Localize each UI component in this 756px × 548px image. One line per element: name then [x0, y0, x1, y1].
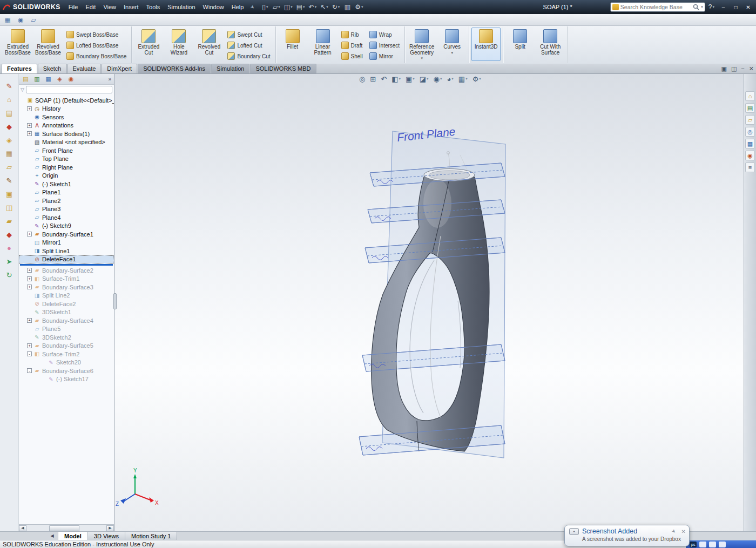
- menu-insert[interactable]: Insert: [120, 2, 143, 12]
- tree-item-top-plane[interactable]: ▱Top Plane: [19, 155, 114, 164]
- search-icon[interactable]: [693, 4, 699, 10]
- ribbon-button-curves[interactable]: Curves▾: [437, 28, 467, 61]
- help-button[interactable]: ? ▾: [708, 3, 714, 11]
- tree-item-surface-trim2[interactable]: -◧Surface-Trim2: [19, 350, 114, 358]
- ribbon-layout-icon[interactable]: ▣: [721, 65, 727, 72]
- tree-item-sketch20[interactable]: ✎Sketch20: [19, 358, 114, 367]
- left-toolbar-icon-1[interactable]: ✎: [3, 80, 15, 92]
- configurationmanager-tab-icon[interactable]: ▦: [43, 75, 53, 84]
- tree-item-sketch1[interactable]: ✎(-) Sketch1: [19, 180, 114, 188]
- minimize-button[interactable]: –: [718, 3, 729, 11]
- tree-item-boundary-surface1[interactable]: +▰Boundary-Surface1: [19, 230, 114, 239]
- tree-item-deleteface2[interactable]: ⊘DeleteFace2: [19, 300, 114, 308]
- tree-item-boundary-surface5[interactable]: +▰Boundary-Surface5: [19, 342, 114, 350]
- save-icon[interactable]: ◫▾: [283, 2, 294, 12]
- close-button[interactable]: ✕: [742, 3, 754, 11]
- left-toolbar-icon-3[interactable]: ▤: [3, 107, 15, 119]
- ribbon-button-instant3d[interactable]: Instant3D: [471, 28, 501, 61]
- tree-item-plane3[interactable]: ▱Plane3: [19, 205, 114, 214]
- taskbar-item-ps[interactable]: ps: [690, 542, 697, 547]
- ribbon-button-wrap[interactable]: Wrap: [367, 30, 402, 39]
- rollback-bar[interactable]: [20, 264, 113, 266]
- apply-scene-icon[interactable]: ▦▾: [458, 75, 468, 83]
- hide-show-items-icon[interactable]: ◉▾: [434, 75, 442, 83]
- feature-panel-scrollbar[interactable]: ◀ ▶: [19, 524, 114, 531]
- document-tab-3d-views[interactable]: 3D Views: [88, 532, 125, 540]
- left-toolbar-icon-14[interactable]: ➤: [3, 256, 15, 267]
- ribbon-button-intersect[interactable]: Intersect: [367, 40, 402, 50]
- ribbon-minimize-icon[interactable]: −: [741, 65, 744, 72]
- ribbon-button-shell[interactable]: Shell: [339, 51, 366, 61]
- taskbar-item-1[interactable]: [699, 542, 706, 547]
- left-toolbar-icon-9[interactable]: ▣: [3, 188, 15, 200]
- left-toolbar-icon-10[interactable]: ◫: [3, 202, 15, 213]
- scroll-right-icon[interactable]: ▶: [106, 525, 114, 531]
- tree-item-soap-1-default-default[interactable]: ▣SOAP (1) (Default<<Default>_: [19, 96, 114, 105]
- taskbar-item-2[interactable]: [709, 542, 716, 547]
- secondary-toolbar-icon-3[interactable]: ▱: [29, 16, 38, 24]
- ribbon-button-revolved-cut[interactable]: Revolved Cut: [194, 28, 224, 61]
- ribbon-button-lofted-boss-base[interactable]: Lofted Boss/Base: [64, 40, 129, 50]
- secondary-toolbar-icon-2[interactable]: ◉: [16, 16, 25, 24]
- collapse-icon[interactable]: -: [27, 351, 32, 356]
- file-explorer-icon[interactable]: ▱: [745, 115, 755, 125]
- menu-view[interactable]: View: [99, 2, 120, 12]
- menu-window[interactable]: Window: [199, 2, 228, 12]
- ribbon-button-boundary-boss-base[interactable]: Boundary Boss/Base: [64, 51, 129, 61]
- search-caret-icon[interactable]: ▾: [701, 5, 703, 9]
- propertymanager-tab-icon[interactable]: ▥: [32, 75, 42, 84]
- view-settings-icon[interactable]: ⚙▾: [473, 75, 481, 83]
- ribbon-button-rib[interactable]: Rib: [339, 30, 366, 39]
- tree-item-boundary-surface3[interactable]: +▰Boundary-Surface3: [19, 283, 114, 292]
- expand-icon[interactable]: +: [27, 131, 32, 136]
- ribbon-button-fillet[interactable]: Fillet: [278, 28, 307, 61]
- edit-appearance-icon[interactable]: ◕▾: [447, 75, 453, 83]
- scroll-left-icon[interactable]: ◀: [19, 525, 26, 531]
- select-icon[interactable]: ↖▾: [319, 2, 329, 12]
- left-toolbar-icon-11[interactable]: ▰: [3, 215, 15, 227]
- left-toolbar-icon-13[interactable]: ●: [3, 242, 15, 254]
- left-toolbar-icon-8[interactable]: ✎: [3, 175, 15, 186]
- maximize-button[interactable]: □: [730, 3, 741, 11]
- open-document-icon[interactable]: ▱▾: [272, 2, 281, 12]
- tab-solidworks-add-ins[interactable]: SOLIDWORKS Add-Ins: [138, 64, 211, 73]
- tree-item-material-not-specified[interactable]: ▨Material <not specified>: [19, 138, 114, 147]
- design-library-icon[interactable]: ▤: [745, 103, 755, 113]
- ribbon-button-swept-boss-base[interactable]: Swept Boss/Base: [64, 30, 129, 39]
- rebuild-icon[interactable]: ↻▾: [331, 2, 341, 12]
- tree-item-sketch17[interactable]: ✎(-) Sketch17: [19, 375, 114, 384]
- menu-edit[interactable]: Edit: [82, 2, 99, 12]
- menu-tools[interactable]: Tools: [143, 2, 164, 12]
- notification-pin-icon[interactable]: ➤: [671, 528, 677, 535]
- solidworks-resources-icon[interactable]: ⌂: [745, 91, 755, 101]
- panel-splitter[interactable]: [113, 293, 117, 309]
- notification-close-icon[interactable]: ✕: [681, 529, 686, 535]
- collapse-icon[interactable]: -: [27, 368, 32, 373]
- tree-item-annotations[interactable]: +AAnnotations: [19, 121, 114, 130]
- tree-item-plane1[interactable]: ▱Plane1: [19, 188, 114, 197]
- scroll-thumb[interactable]: [49, 525, 79, 531]
- tab-scroll-icon[interactable]: ◀: [46, 532, 58, 540]
- tree-item-3dsketch1[interactable]: ✎3DSketch1: [19, 308, 114, 317]
- search-pane-icon[interactable]: ◎: [745, 127, 755, 137]
- dimxpertmanager-tab-icon[interactable]: ◈: [55, 75, 65, 84]
- ribbon-button-boundary-cut[interactable]: Boundary Cut: [225, 51, 273, 61]
- tree-item-sketch9[interactable]: ✎(-) Sketch9: [19, 222, 114, 231]
- filter-input[interactable]: [26, 86, 112, 93]
- undo-icon[interactable]: ↶▾: [308, 2, 318, 12]
- ribbon-button-split[interactable]: Split: [505, 28, 535, 61]
- view-orientation-icon[interactable]: ▣▾: [406, 75, 415, 83]
- tree-item-sensors[interactable]: ◉Sensors: [19, 113, 114, 121]
- previous-view-icon[interactable]: ↶: [381, 75, 387, 83]
- menu-simulation[interactable]: Simulation: [164, 2, 199, 12]
- panel-overflow-icon[interactable]: »: [107, 76, 112, 82]
- section-view-icon[interactable]: ◧▾: [392, 75, 401, 83]
- expand-icon[interactable]: +: [27, 268, 32, 273]
- ribbon-button-extruded-boss-base[interactable]: Extruded Boss/Base: [3, 28, 32, 61]
- displaymanager-tab-icon[interactable]: ◉: [66, 75, 76, 84]
- display-style-icon[interactable]: ◪▾: [420, 75, 429, 83]
- left-toolbar-icon-5[interactable]: ◈: [3, 134, 15, 146]
- tree-item-mirror1[interactable]: ◫Mirror1: [19, 239, 114, 247]
- expand-icon[interactable]: +: [27, 276, 32, 281]
- ribbon-button-draft[interactable]: Draft: [339, 40, 366, 50]
